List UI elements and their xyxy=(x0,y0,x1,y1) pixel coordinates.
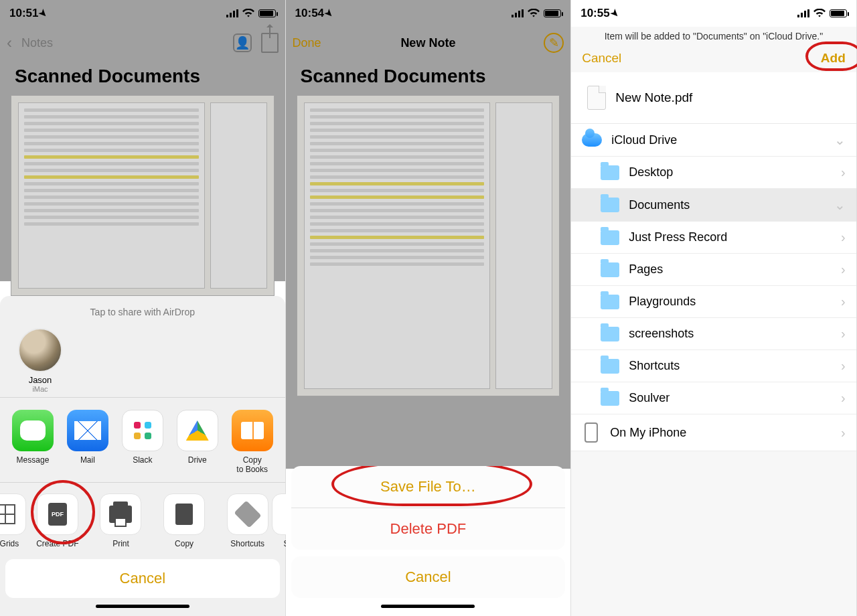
nav-bar: Done New Note ✎ xyxy=(286,27,571,59)
share-icon[interactable] xyxy=(261,33,279,53)
app-label: Message xyxy=(17,455,50,465)
airdrop-hint: Tap to share with AirDrop xyxy=(0,307,285,317)
status-bar: 10:51➤ xyxy=(0,0,285,27)
share-actions-row[interactable]: & Grids PDF Create PDF Print Copy Shortc… xyxy=(0,487,285,552)
books-icon xyxy=(232,410,273,451)
app-label: Slack xyxy=(133,455,152,465)
add-button[interactable]: Add xyxy=(821,51,846,66)
share-app-drive[interactable]: Drive xyxy=(170,410,225,474)
battery-icon xyxy=(830,9,847,17)
share-app-mail[interactable]: Mail xyxy=(60,410,115,474)
chevron-right-icon: › xyxy=(841,262,846,277)
folder-row[interactable]: Documents⌄ xyxy=(571,189,856,222)
location-icloud-drive[interactable]: iCloud Drive ⌄ xyxy=(571,124,856,157)
app-label: Mail xyxy=(80,455,95,465)
chevron-right-icon: › xyxy=(841,165,846,180)
row-label: Documents xyxy=(629,198,825,212)
share-apps-row[interactable]: Message Mail Slack Drive Copy to Books xyxy=(0,402,285,478)
row-label: Soulver xyxy=(629,391,832,405)
folder-icon xyxy=(601,295,619,309)
row-label: Playgrounds xyxy=(629,295,832,309)
action-shortcuts[interactable]: Shortcuts xyxy=(220,493,276,548)
icloud-icon xyxy=(582,133,602,147)
share-app-messages[interactable]: Message xyxy=(5,410,60,474)
row-label: Just Press Record xyxy=(629,230,832,244)
wifi-icon xyxy=(528,9,540,18)
home-indicator[interactable] xyxy=(96,605,189,608)
action-label: Shortcuts xyxy=(230,539,264,548)
messages-icon xyxy=(12,410,54,451)
action-label: Copy xyxy=(175,539,193,548)
folder-row[interactable]: Soulver› xyxy=(571,382,856,414)
row-label: iCloud Drive xyxy=(611,133,825,147)
grids-icon xyxy=(0,493,26,535)
location-icon: ➤ xyxy=(37,7,51,20)
status-time: 10:55 xyxy=(580,7,609,19)
location-icon: ➤ xyxy=(609,7,622,20)
folder-row[interactable]: Just Press Record› xyxy=(571,222,856,254)
action-print[interactable]: Print xyxy=(92,493,149,548)
cancel-button[interactable]: Cancel xyxy=(291,556,566,598)
action-copy[interactable]: Copy xyxy=(156,493,212,548)
row-label: Desktop xyxy=(629,165,832,179)
status-bar: 10:55➤ xyxy=(571,0,856,27)
action-create-pdf[interactable]: PDF Create PDF xyxy=(29,493,86,548)
signal-icon xyxy=(512,9,524,17)
row-label: screenshots xyxy=(629,327,832,341)
contact-device: iMac xyxy=(32,385,48,393)
chevron-down-icon: ⌄ xyxy=(834,197,846,213)
home-indicator[interactable] xyxy=(381,605,475,608)
location-on-my-iphone[interactable]: On My iPhone › xyxy=(571,414,856,451)
action-lines-grids[interactable]: & Grids xyxy=(0,493,22,548)
share-app-books[interactable]: Copy to Books xyxy=(225,410,280,474)
save-file-to-button[interactable]: Save File To… xyxy=(291,466,566,508)
action-sheet: Save File To… Delete PDF Cancel xyxy=(291,466,566,611)
nav-bar: ‹ Notes 👤 xyxy=(0,27,285,59)
folder-row[interactable]: Shortcuts› xyxy=(571,350,856,382)
markup-icon[interactable]: ✎ xyxy=(544,33,564,53)
locations-list: iCloud Drive ⌄ Desktop›Documents⌄Just Pr… xyxy=(571,124,856,451)
share-sheet: Tap to share with AirDrop Jason iMac Mes… xyxy=(0,296,285,616)
back-label[interactable]: Notes xyxy=(21,36,53,50)
slack-icon xyxy=(122,410,163,451)
row-label: Shortcuts xyxy=(629,359,832,373)
mail-icon xyxy=(67,410,108,451)
share-app-slack[interactable]: Slack xyxy=(115,410,170,474)
signal-icon xyxy=(226,9,238,17)
chevron-right-icon: › xyxy=(841,230,846,245)
app-label: Copy to Books xyxy=(236,455,268,474)
contact-name: Jason xyxy=(29,375,52,385)
nav-title: New Note xyxy=(286,36,571,50)
folder-icon xyxy=(601,262,619,277)
folder-icon xyxy=(601,198,619,212)
folder-row[interactable]: Desktop› xyxy=(571,157,856,189)
collaborate-icon[interactable]: 👤 xyxy=(233,33,252,52)
location-icon: ➤ xyxy=(323,7,336,20)
folder-row[interactable]: Pages› xyxy=(571,254,856,286)
panel-file-picker: 10:55➤ Item will be added to "Documents"… xyxy=(571,0,857,616)
delete-pdf-button[interactable]: Delete PDF xyxy=(291,508,566,550)
cancel-button[interactable]: Cancel xyxy=(5,559,280,598)
folder-row[interactable]: Playgrounds› xyxy=(571,286,856,318)
airdrop-contact[interactable]: Jason iMac xyxy=(13,328,67,393)
action-label: Create PDF xyxy=(36,539,78,548)
action-label: & Grids xyxy=(0,539,19,548)
chevron-right-icon: › xyxy=(841,294,846,309)
note-title: Scanned Documents xyxy=(0,59,285,91)
note-title: Scanned Documents xyxy=(286,59,571,91)
battery-icon xyxy=(258,9,276,17)
shortcuts-icon xyxy=(227,493,268,535)
chevron-down-icon: ⌄ xyxy=(834,132,846,148)
pdf-preview[interactable] xyxy=(297,95,560,396)
cancel-button[interactable]: Cancel xyxy=(582,51,621,66)
iphone-icon xyxy=(585,422,598,443)
folder-icon xyxy=(601,391,619,406)
scanned-document-preview[interactable] xyxy=(11,95,275,296)
folder-icon xyxy=(601,327,619,341)
folder-row[interactable]: screenshots› xyxy=(571,318,856,350)
row-label: On My iPhone xyxy=(610,426,832,440)
status-time: 10:54 xyxy=(295,7,324,19)
back-chevron-icon[interactable]: ‹ xyxy=(7,33,12,52)
file-header: New Note.pdf xyxy=(571,72,856,124)
done-button[interactable]: Done xyxy=(293,36,321,50)
